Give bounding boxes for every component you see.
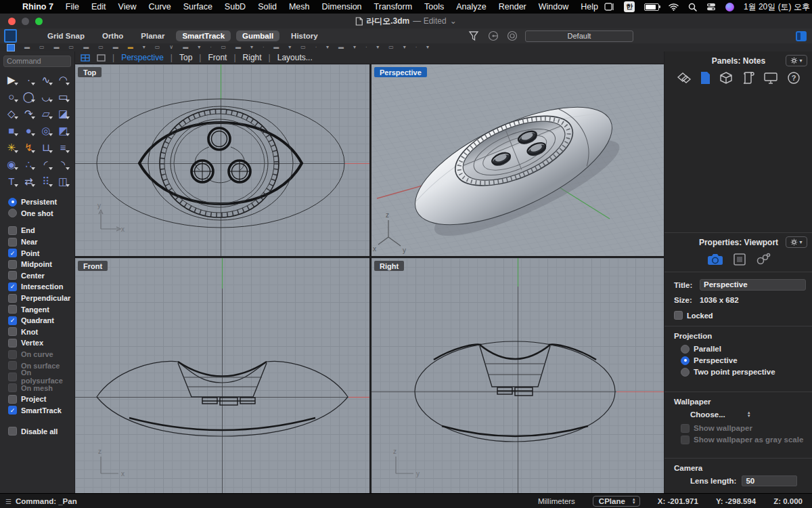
split-icon[interactable]: ↯: [20, 139, 38, 156]
spotlight-icon[interactable]: [688, 3, 697, 12]
mini-tool-icon[interactable]: ∙: [365, 45, 367, 50]
menu-item-transform[interactable]: Transform: [368, 2, 419, 12]
menu-item-window[interactable]: Window: [533, 2, 574, 12]
viewport-front[interactable]: Front: [75, 258, 369, 493]
viewport-perspective-label[interactable]: Perspective: [374, 67, 427, 77]
toggle-ortho[interactable]: Ortho: [96, 30, 129, 41]
menu-item-render[interactable]: Render: [493, 2, 533, 12]
polygon-icon[interactable]: ◇: [3, 105, 20, 122]
mini-tool-icon[interactable]: ∙: [210, 45, 211, 50]
tab-right[interactable]: Right: [243, 53, 262, 62]
osnap-point[interactable]: ✓Point: [8, 247, 74, 259]
osnap-knot[interactable]: Knot: [8, 326, 74, 338]
mini-tool-icon[interactable]: ▾: [403, 45, 406, 50]
surface-plane-icon[interactable]: ▱: [37, 105, 55, 122]
mini-tool-icon[interactable]: ∙: [263, 45, 264, 50]
lens-length-input[interactable]: 50: [742, 475, 797, 486]
mini-tool-icon[interactable]: ▭: [155, 45, 160, 50]
display-menubar-icon[interactable]: [604, 3, 614, 11]
menu-item-subd[interactable]: SubD: [219, 2, 252, 12]
projection-two-point-perspective[interactable]: Two point perspective: [674, 366, 806, 378]
battery-icon[interactable]: [644, 3, 659, 11]
links-icon[interactable]: [755, 253, 771, 266]
menu-item-tools[interactable]: Tools: [418, 2, 450, 12]
osnap-radio-one-shot[interactable]: One shot: [8, 208, 74, 219]
tab-top[interactable]: Top: [179, 53, 192, 62]
four-viewport-icon[interactable]: [81, 54, 90, 62]
osnap-quadrant[interactable]: ✓Quadrant: [8, 315, 74, 326]
mini-tool-icon[interactable]: ▬: [183, 45, 188, 50]
display-icon[interactable]: [763, 72, 778, 85]
siri-icon[interactable]: [725, 3, 734, 12]
menu-item-file[interactable]: File: [60, 2, 85, 12]
mini-tool-icon[interactable]: ▬: [338, 45, 344, 50]
command-history-icon[interactable]: ☰: [5, 498, 12, 505]
osnap-perpendicular[interactable]: Perpendicular: [8, 293, 74, 304]
mini-tool-icon[interactable]: ▬: [235, 45, 241, 50]
selection-filter-icon[interactable]: [467, 30, 480, 42]
mini-tool-icon[interactable]: ∨: [169, 45, 173, 50]
mini-tool-icon[interactable]: ▾: [353, 45, 356, 50]
mini-tool-icon[interactable]: ▭: [221, 45, 226, 50]
block-icon[interactable]: ⠿: [37, 173, 55, 190]
surface-patch-icon[interactable]: ◩: [55, 122, 72, 139]
menu-item-dimension[interactable]: Dimension: [316, 2, 368, 12]
mini-tool-icon[interactable]: ▬: [113, 45, 118, 50]
camera-icon[interactable]: [706, 253, 724, 266]
toggle-grid-snap[interactable]: Grid Snap: [41, 30, 91, 41]
point-icon[interactable]: ∙: [20, 71, 38, 88]
viewport-top-label[interactable]: Top: [78, 67, 102, 77]
osnap-project[interactable]: Project: [8, 394, 74, 405]
viewport-right[interactable]: Right: [371, 258, 664, 493]
viewport-top[interactable]: Top: [75, 64, 369, 256]
toggle-planar[interactable]: Planar: [135, 30, 171, 41]
osnap-disable-all[interactable]: Disable all: [8, 425, 74, 437]
units-label[interactable]: Millimeters: [538, 497, 575, 505]
mini-tool-icon[interactable]: ▾: [326, 45, 329, 50]
projection-parallel[interactable]: Parallel: [674, 343, 806, 355]
sphere-icon[interactable]: ●: [20, 122, 38, 139]
osnap-near[interactable]: Near: [8, 236, 74, 248]
history-purge-icon[interactable]: [487, 30, 499, 42]
menu-item-mesh[interactable]: Mesh: [283, 2, 316, 12]
toggle-history[interactable]: History: [285, 30, 324, 41]
mini-tool-icon[interactable]: ∙: [315, 45, 317, 50]
surface-sweep-icon[interactable]: ◪: [55, 105, 72, 122]
mini-tool-icon[interactable]: ▭: [300, 45, 306, 50]
wallpaper-choose-select[interactable]: Choose... ▲▼: [674, 409, 806, 423]
circle-icon[interactable]: ○: [3, 88, 20, 105]
menu-item-help[interactable]: Help: [574, 2, 604, 12]
align-icon[interactable]: ≡: [55, 139, 72, 156]
boolean-icon[interactable]: ◉: [3, 156, 20, 173]
osnap-tangent[interactable]: Tangent: [8, 303, 74, 315]
notes-content[interactable]: [664, 90, 812, 232]
record-history-icon[interactable]: [506, 30, 518, 42]
move-icon[interactable]: ⇄: [20, 173, 38, 190]
mini-tool-icon[interactable]: ▾: [288, 45, 291, 50]
arc-icon[interactable]: ◡: [37, 88, 55, 105]
osnap-midpoint[interactable]: Midpoint: [8, 259, 74, 270]
toolbar-collection-select[interactable]: Default: [525, 30, 633, 42]
control-center-icon[interactable]: [706, 3, 716, 11]
input-source-icon[interactable]: 한: [624, 1, 635, 12]
explode-icon[interactable]: ✳: [3, 139, 20, 156]
tab-layouts-[interactable]: Layouts...: [277, 53, 313, 62]
osnap-end[interactable]: End: [8, 225, 74, 236]
layers-icon[interactable]: [677, 71, 692, 85]
minimize-window-button[interactable]: [22, 18, 29, 25]
material-icon[interactable]: [733, 253, 746, 266]
join-icon[interactable]: ⊔: [37, 139, 55, 156]
rhino-app-icon[interactable]: [4, 29, 17, 43]
mini-tool-icon[interactable]: ∙: [415, 45, 417, 50]
command-scroll-icon[interactable]: [742, 71, 754, 85]
menu-item-view[interactable]: View: [112, 2, 143, 12]
command-input[interactable]: Command: [3, 56, 71, 67]
viewport-right-label[interactable]: Right: [374, 261, 404, 271]
array-icon[interactable]: ◫: [55, 173, 72, 190]
menu-item-solid[interactable]: Solid: [252, 2, 283, 12]
toggle-gumball[interactable]: Gumball: [236, 30, 279, 41]
osnap-vertex[interactable]: Vertex: [8, 337, 74, 349]
mini-tool-icon[interactable]: ▾: [426, 45, 429, 50]
mini-tool-icon[interactable]: ▭: [98, 45, 104, 50]
mini-tool-icon[interactable]: ▾: [198, 45, 200, 50]
